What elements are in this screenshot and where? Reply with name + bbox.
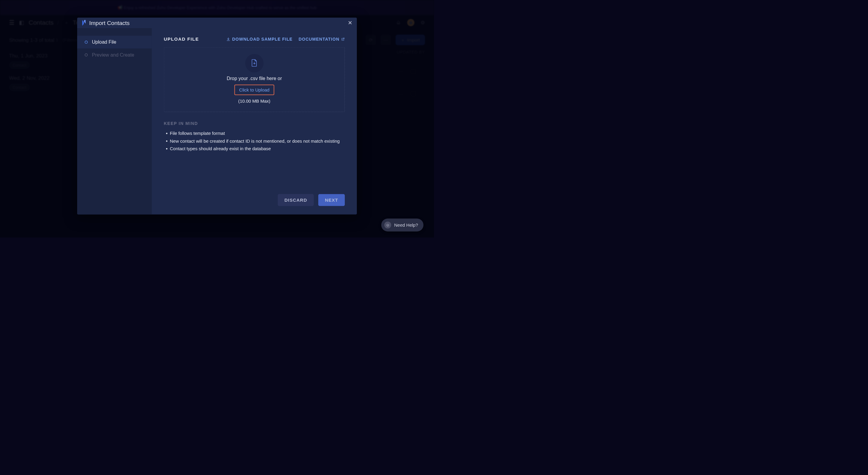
keep-note: New contact will be created if contact I…: [170, 137, 345, 145]
step-preview-create[interactable]: Preview and Create: [77, 48, 152, 61]
close-icon[interactable]: ✕: [348, 20, 352, 26]
modal-content: Upload File Download Sample File Documen…: [152, 28, 357, 215]
help-avatar-icon: ☺: [384, 222, 391, 229]
modal-steps: Upload File Preview and Create: [77, 28, 152, 215]
help-button[interactable]: ☺ Need Help?: [381, 218, 424, 232]
modal-title: Import Contacts: [89, 20, 130, 26]
step-upload-file[interactable]: Upload File: [77, 36, 152, 49]
step-label: Preview and Create: [92, 52, 134, 58]
documentation-link[interactable]: Documentation: [299, 37, 345, 41]
section-title: Upload File: [164, 37, 199, 42]
help-label: Need Help?: [394, 223, 418, 228]
modal-header: Import Contacts ✕: [77, 18, 357, 28]
keep-in-mind-heading: Keep in Mind: [164, 121, 345, 126]
external-link-icon: [341, 37, 345, 41]
upload-dropzone[interactable]: Drop your .csv file here or Click to Upl…: [164, 47, 345, 112]
step-label: Upload File: [92, 39, 116, 45]
download-sample-link[interactable]: Download Sample File: [226, 37, 292, 41]
keep-note: File follows template format: [170, 129, 345, 137]
upload-circle: [245, 54, 264, 72]
step-dot-icon: [85, 41, 88, 44]
file-plus-icon: [251, 59, 257, 67]
max-size-label: (10.00 MB Max): [238, 98, 270, 104]
next-button[interactable]: Next: [318, 194, 345, 206]
click-to-upload-button[interactable]: Click to Upload: [234, 84, 274, 95]
step-dot-icon: [85, 53, 88, 56]
keep-note: Contact types should already exist in th…: [170, 145, 345, 152]
documentation-label: Documentation: [299, 37, 339, 41]
brand-icon: [82, 20, 86, 26]
drop-instruction: Drop your .csv file here or: [227, 76, 282, 81]
download-icon: [226, 37, 230, 41]
import-contacts-modal: Import Contacts ✕ Upload File Preview an…: [77, 18, 357, 215]
download-sample-label: Download Sample File: [232, 37, 292, 41]
discard-button[interactable]: Discard: [278, 194, 314, 206]
modal-footer: Discard Next: [164, 190, 345, 206]
keep-in-mind-list: File follows template format New contact…: [164, 129, 345, 152]
